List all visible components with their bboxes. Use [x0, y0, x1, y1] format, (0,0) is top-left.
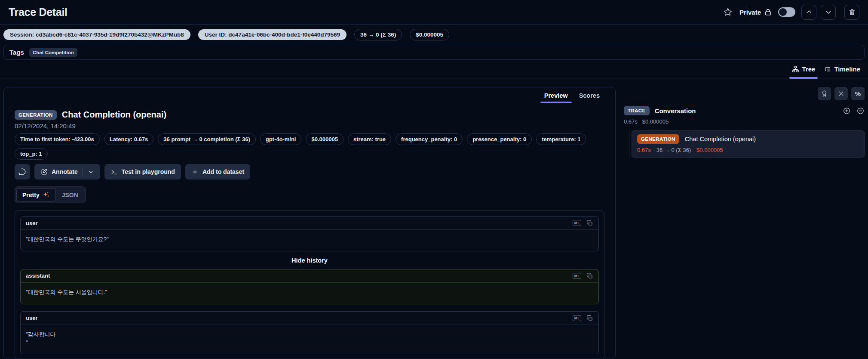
tag-chip[interactable]: Chat Competition: [29, 48, 77, 57]
delete-trace-button[interactable]: [844, 5, 859, 20]
chevron-up-icon: [805, 8, 813, 16]
copy-button[interactable]: [586, 315, 593, 322]
trace-root-row[interactable]: TRACE Conversation: [621, 106, 865, 115]
copy-button[interactable]: [586, 272, 593, 279]
collapse-all-button[interactable]: [834, 87, 848, 100]
observation-type-badge: GENERATION: [15, 110, 57, 120]
active-tab-underline: [540, 102, 572, 103]
tree-item-generation[interactable]: GENERATION Chat Completion (openai) 0.67…: [632, 130, 865, 158]
token-counts-badge: 36 prompt → 0 completion (Σ 36): [158, 133, 255, 145]
user-id-badge[interactable]: User ID: dc47a41e-06bc-400d-bde1-f0e440d…: [198, 29, 347, 40]
tab-timeline-label: Timeline: [834, 65, 860, 73]
main-content: Preview Scores GENERATION Chat Completio…: [0, 78, 868, 359]
sparkles-icon: [43, 191, 50, 198]
panel-tabs: Preview Scores: [15, 87, 604, 103]
message-role: assistant: [26, 272, 50, 279]
annotate-label: Annotate: [52, 168, 78, 175]
test-in-playground-button[interactable]: Test in playground: [104, 164, 181, 180]
markdown-toggle-icon[interactable]: M↓: [573, 220, 581, 226]
message-role: user: [26, 220, 37, 226]
percent-icon: %: [855, 90, 861, 97]
star-icon: [723, 7, 733, 17]
playground-label: Test in playground: [122, 168, 175, 175]
cost-badge: $0.000005: [306, 133, 343, 145]
chevron-down-icon: [825, 8, 832, 16]
message-block-assistant: assistant M↓ "대한민국의 수도는 서울입니다.": [20, 269, 599, 304]
message-header: assistant M↓: [21, 269, 598, 283]
lock-icon: [764, 8, 772, 16]
privacy-indicator: Private: [739, 8, 772, 16]
tab-preview[interactable]: Preview: [540, 90, 573, 103]
copy-icon: [586, 272, 593, 279]
message-block-user-2: user M↓ "감사합니다 ": [20, 311, 599, 355]
top-p-badge: top_p: 1: [15, 148, 48, 160]
observation-panel: Preview Scores GENERATION Chat Completio…: [3, 87, 616, 359]
active-tab-underline: [789, 77, 818, 79]
format-pretty-option[interactable]: Pretty: [16, 188, 56, 201]
view-tabs-row: Tree Timeline: [0, 60, 868, 78]
stream-param-badge: stream: true: [348, 133, 391, 145]
tree-hierarchy-icon: [792, 65, 799, 73]
scores-award-button[interactable]: [818, 87, 831, 100]
format-toggle: Pretty JSON: [15, 186, 86, 203]
timeline-list-icon: [824, 65, 831, 73]
generation-latency: 0.67s: [637, 147, 651, 153]
message-content: "대한민국의 수도는 무엇인가요?": [21, 230, 598, 251]
tab-tree[interactable]: Tree: [788, 60, 820, 78]
model-badge[interactable]: gpt-4o-mini: [260, 133, 302, 145]
message-header: user M↓: [21, 312, 598, 325]
generation-tokens: 36 → 0 (Σ 36): [656, 147, 691, 153]
toggle-metrics-button[interactable]: %: [851, 87, 865, 100]
comment-bubble-icon: [18, 168, 26, 176]
annotate-button[interactable]: Annotate: [34, 164, 100, 180]
messages-container: user M↓ "대한민국의 수도는 무엇인가요?" Hide history …: [15, 210, 604, 359]
generation-type-badge: GENERATION: [637, 134, 679, 144]
public-sharing-toggle[interactable]: [778, 7, 795, 17]
tags-label: Tags: [9, 49, 24, 56]
dataset-label: Add to dataset: [202, 168, 244, 175]
previous-trace-button[interactable]: [801, 5, 816, 20]
markdown-toggle-icon[interactable]: M↓: [573, 315, 581, 321]
copy-button[interactable]: [586, 220, 593, 226]
collapse-minus-icon[interactable]: [856, 107, 865, 115]
observation-header: GENERATION Chat Completion (openai): [15, 110, 604, 120]
token-usage-badge: 36 → 0 (Σ 36): [354, 29, 402, 40]
tab-scores-label: Scores: [579, 92, 600, 99]
hide-history-button[interactable]: Hide history: [20, 257, 599, 264]
copy-icon: [586, 315, 593, 322]
trace-metrics: 0.67s $0.000005: [621, 118, 865, 125]
message-block-user-1: user M↓ "대한민국의 수도는 무엇인가요?": [20, 216, 599, 251]
observation-actions: Annotate Test in playground Add to datas…: [15, 164, 604, 180]
tab-scores[interactable]: Scores: [574, 90, 604, 103]
markdown-toggle-icon[interactable]: M↓: [573, 273, 581, 279]
latency-badge: Latency: 0.67s: [104, 133, 154, 145]
plus-icon: [191, 168, 199, 176]
message-content: "대한민국의 수도는 서울입니다.": [21, 283, 598, 304]
chevron-down-icon[interactable]: [88, 169, 94, 175]
page-header: Trace Detail Private: [0, 0, 868, 25]
next-trace-button[interactable]: [821, 5, 836, 20]
award-icon: [821, 90, 828, 97]
message-role: user: [26, 315, 37, 321]
pretty-label: Pretty: [22, 192, 40, 198]
comment-button[interactable]: [15, 164, 30, 180]
trace-name: Conversation: [655, 107, 696, 115]
message-header: user M↓: [21, 217, 598, 230]
message-content: "감사합니다 ": [21, 325, 598, 354]
trace-badges-row: Session: cd3abcd6-c81c-4037-935d-19d9f27…: [0, 25, 868, 45]
page-title: Trace Detail: [9, 6, 67, 19]
generation-cost: $0.000005: [696, 147, 723, 153]
time-to-first-token-badge: Time to first token: -423.00s: [15, 133, 100, 145]
format-json-option[interactable]: JSON: [56, 189, 84, 201]
bookmark-star-button[interactable]: [722, 6, 733, 18]
tab-preview-label: Preview: [544, 92, 568, 99]
toggle-knob: [779, 8, 787, 16]
observation-title: Chat Completion (openai): [62, 110, 166, 120]
tab-timeline[interactable]: Timeline: [819, 60, 865, 78]
session-badge[interactable]: Session: cd3abcd6-c81c-4037-935d-19d9f27…: [3, 29, 190, 40]
presence-penalty-badge: presence_penalty: 0: [467, 133, 532, 145]
observation-timestamp: 02/12/2024, 14:20:49: [15, 122, 604, 130]
expand-plus-icon[interactable]: [843, 107, 851, 115]
add-to-dataset-button[interactable]: Add to dataset: [185, 164, 250, 180]
trash-icon: [848, 8, 856, 16]
